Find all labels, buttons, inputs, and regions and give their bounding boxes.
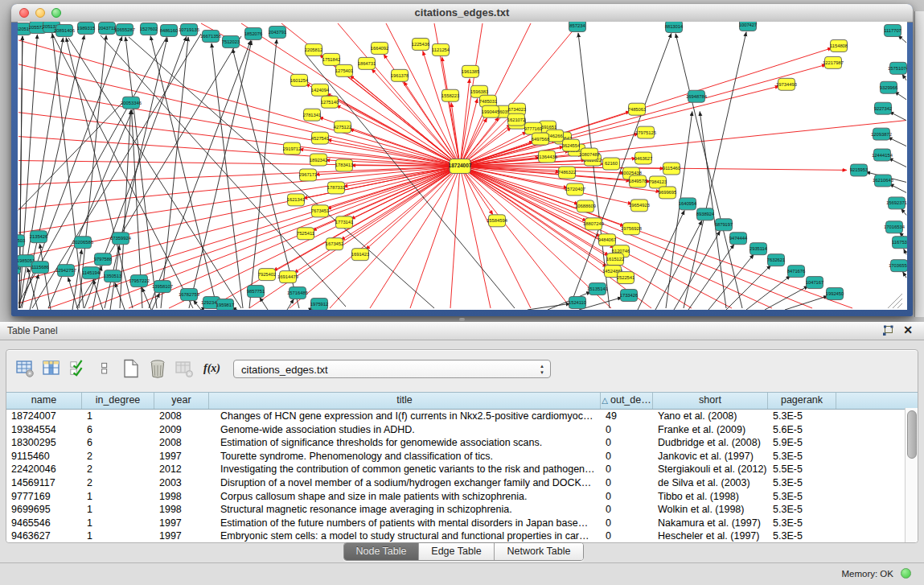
graph-node[interactable]: 1691423 (351, 249, 370, 261)
graph-node[interactable]: 9484067 (598, 234, 617, 246)
graph-node[interactable]: 12217987 (823, 56, 844, 68)
graph-node[interactable]: 1773141 (335, 216, 354, 229)
show-columns-button[interactable] (42, 359, 61, 378)
graph-node[interactable]: 7632621 (767, 254, 786, 266)
memory-status-indicator[interactable] (901, 568, 911, 579)
network-canvas[interactable]: 2620519205572420513202089140619893152043… (18, 22, 907, 310)
graph-node[interactable]: 12444154 (872, 149, 893, 161)
graph-node[interactable]: 10807487 (579, 148, 600, 160)
graph-node[interactable]: 10719135 (179, 23, 199, 35)
graph-node[interactable]: 7525411 (297, 228, 314, 240)
graph-node[interactable]: 15720407 (565, 183, 585, 196)
table-row[interactable]: 1938455462009Genome-wide association stu… (6, 423, 918, 437)
graph-node[interactable]: 10655287 (114, 23, 135, 35)
graph-node[interactable]: 10688609 (575, 200, 596, 212)
graph-node[interactable]: 2520503 (18, 235, 25, 247)
graph-node[interactable]: 12942757 (55, 265, 76, 277)
graph-node[interactable]: 1892342 (310, 154, 328, 166)
vertical-scrollbar[interactable] (905, 408, 918, 542)
graph-node[interactable]: 1275401 (335, 64, 354, 76)
graph-node[interactable]: 1424094 (311, 84, 330, 96)
graph-node[interactable]: 17016534 (884, 221, 906, 233)
graph-node[interactable]: 2135426 (30, 231, 48, 243)
graph-node[interactable]: 9115460 (663, 163, 680, 175)
graph-node[interactable]: 1121254 (432, 43, 450, 56)
table-row[interactable]: 977716911998Corpus callosum shape and si… (6, 490, 918, 504)
graph-node[interactable]: 1225436 (412, 38, 430, 50)
graph-node[interactable]: 1350513 (104, 270, 122, 282)
graph-node[interactable]: 1007427 (739, 22, 758, 31)
graph-node[interactable]: 16210643 (873, 175, 893, 187)
graph-node[interactable]: 7485063 (628, 103, 647, 115)
graph-node[interactable]: 1167533 (892, 237, 907, 249)
graph-node[interactable]: 1961378 (391, 69, 409, 81)
column-header-pagerank[interactable]: pagerank (768, 393, 836, 409)
graph-node[interactable]: 17975125 (635, 126, 656, 138)
graph-node[interactable]: 1992450 (826, 288, 844, 300)
function-builder-button[interactable]: f(x) (203, 362, 220, 375)
import-table-button[interactable] (175, 359, 194, 378)
table-row[interactable]: 2242004622012Investigating the contribut… (6, 463, 918, 476)
graph-node[interactable]: 17957222 (129, 275, 150, 287)
graph-node[interactable]: 1524110 (569, 297, 586, 309)
graph-node[interactable]: 19756928 (621, 223, 642, 235)
graph-node[interactable]: 9699695 (659, 187, 677, 199)
tab-node-table[interactable]: Node Table (344, 543, 418, 560)
graph-node[interactable]: 17359924 (110, 233, 132, 245)
graph-node[interactable]: 1961385 (462, 65, 480, 77)
graph-node[interactable]: 1751842 (322, 53, 341, 65)
graph-node[interactable]: 8471676 (787, 266, 806, 278)
table-row[interactable]: 1830029562008Estimation of significance … (6, 436, 918, 450)
graph-node[interactable]: 17036554 (889, 260, 907, 272)
memory-status-label[interactable]: Memory: OK (841, 569, 893, 579)
float-panel-icon[interactable] (882, 325, 893, 336)
graph-node[interactable]: 1154808 (830, 39, 848, 51)
graph-node[interactable]: 4275122 (334, 121, 352, 133)
graph-node[interactable]: 1733426 (620, 290, 639, 302)
graph-node[interactable]: 20206586 (72, 237, 93, 249)
graph-node[interactable]: 1673452 (326, 238, 344, 250)
graph-node[interactable]: 8813014 (665, 22, 684, 32)
table-panel-header[interactable]: Table Panel ✕ (0, 322, 924, 340)
graph-node[interactable]: 7673451 (311, 205, 330, 217)
graph-node[interactable]: 1145194 (82, 267, 101, 279)
panel-divider-handle[interactable] (459, 318, 465, 321)
graph-node[interactable]: 3624554 (562, 139, 581, 151)
tab-network-table[interactable]: Network Table (494, 543, 583, 560)
row-height-button[interactable] (95, 359, 114, 378)
graph-node[interactable]: 1275140 (321, 96, 339, 108)
graph-node[interactable]: 2205812 (305, 43, 323, 56)
graph-node[interactable]: 15692371 (886, 197, 907, 209)
graph-node[interactable]: 19734493 (776, 78, 797, 90)
graph-node[interactable]: 2043711 (98, 22, 116, 34)
graph-node[interactable]: 1115686 (31, 262, 49, 274)
graph-node[interactable]: 4527541 (311, 132, 330, 144)
graph-node[interactable]: 20891406 (54, 24, 75, 36)
graph-node[interactable]: 9463627 (634, 152, 653, 164)
graph-node[interactable]: 857234 (569, 22, 586, 31)
graph-node[interactable]: 7486322 (558, 167, 577, 179)
graph-node[interactable]: 1849578 (629, 175, 647, 187)
graph-node[interactable]: 2781341 (303, 109, 322, 121)
graph-node[interactable]: 19654923 (629, 200, 650, 212)
graph-node[interactable]: 1640954 (679, 198, 697, 210)
graph-node[interactable]: 16948784 (686, 90, 708, 102)
select-all-button[interactable] (68, 359, 88, 378)
table-row[interactable]: 911546021997Tourette syndrome. Phenomeno… (6, 450, 918, 463)
graph-node[interactable]: 1664092 (371, 42, 389, 54)
column-header-name[interactable]: name (6, 393, 82, 409)
table-source-select[interactable]: citations_edges.txt ▲▼ (233, 360, 551, 378)
graph-node[interactable]: 2522541 (617, 272, 635, 284)
graph-node[interactable]: 13958107 (152, 281, 173, 293)
graph-node[interactable]: 9797588 (94, 253, 113, 266)
graph-node[interactable]: 62160 (603, 158, 620, 170)
graph-node[interactable]: 9857751 (247, 286, 265, 298)
graph-node[interactable]: 2919712 (283, 142, 302, 154)
graph-node[interactable]: 1852076 (244, 27, 263, 39)
graph-node[interactable]: 15751074 (888, 62, 907, 74)
table-row[interactable]: 946362711997Embryonic stem cells: a mode… (6, 529, 918, 542)
graph-node[interactable]: 1783413 (335, 159, 354, 171)
graph-node[interactable]: 18724007 (449, 159, 472, 174)
graph-node[interactable]: 18807249 (583, 218, 604, 230)
graph-node[interactable]: 1621072 (507, 113, 526, 126)
